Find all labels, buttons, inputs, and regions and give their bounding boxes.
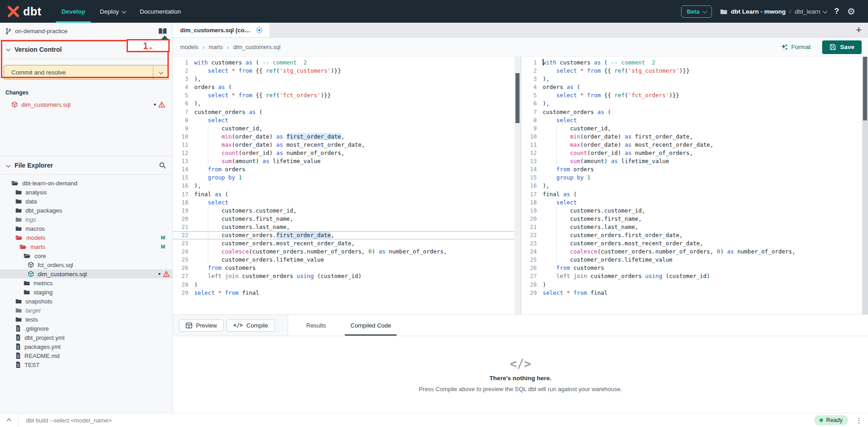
explorer-item-test[interactable]: TEST [0,360,172,369]
right-pane-scrollbar[interactable] [862,57,868,314]
explorer-item-metrics[interactable]: metrics [0,278,172,288]
left-pane-scrollbar[interactable] [515,57,520,314]
code-line[interactable]: 16), [173,182,520,190]
code-line[interactable]: 25 customer_orders.lifetime_value [521,256,868,264]
nav-documentation[interactable]: Documentation [132,0,188,23]
code-line[interactable]: 3), [173,75,520,83]
search-icon[interactable] [159,162,166,169]
code-line[interactable]: 21 customers.last_name, [173,223,520,231]
code-line[interactable]: 20 customers.first_name, [173,215,520,223]
code-line[interactable]: 6), [173,99,520,108]
code-line[interactable]: 13 sum(amount) as lifetime_value [173,157,520,165]
kebab-menu-icon[interactable]: ⋮ [855,416,863,425]
code-line[interactable]: 24 coalesce(customer_orders.number_of_or… [521,248,868,256]
code-line[interactable]: 3), [521,75,868,83]
preview-button[interactable]: Preview [179,319,224,332]
code-line[interactable]: 1with customers as ( -- comment 2 [521,59,868,67]
explorer-item-dbt-packages[interactable]: dbt_packages [0,206,172,215]
breadcrumb-file[interactable]: dim_customers.sql [233,44,280,50]
compile-button[interactable]: </> Compile [226,319,275,332]
format-button[interactable]: Format [781,44,811,51]
code-line[interactable]: 28) [521,281,868,289]
code-line[interactable]: 15 group by 1 [521,174,868,182]
new-tab-button[interactable]: + [849,23,868,37]
explorer-item-marts[interactable]: martsM [0,242,172,251]
explorer-item-models[interactable]: modelsM [0,233,172,242]
code-line[interactable]: 18 select [521,199,868,207]
code-line[interactable]: 6), [521,99,868,108]
environment-select[interactable]: dbt_learn [794,8,826,15]
nav-deploy[interactable]: Deploy [93,0,132,23]
explorer-item-snapshots[interactable]: snapshots [0,297,172,306]
code-line[interactable]: 1with customers as ( -- comment 2 [173,59,520,67]
code-line[interactable]: 13 sum(amount) as lifetime_value [521,157,868,165]
command-input[interactable] [19,417,814,424]
dbt-logo[interactable]: dbt [7,0,41,23]
file-explorer-header[interactable]: File Explorer [0,156,172,175]
code-line[interactable]: 2 select * from {{ ref('stg_customers')}… [521,67,868,75]
code-line[interactable]: 10 min(order_date) as first_order_date, [521,133,868,141]
explorer-item-staging[interactable]: staging [0,288,172,297]
code-line[interactable]: 10 min(order_date) as first_order_date, [173,133,520,141]
gear-icon[interactable]: ⚙ [847,7,855,16]
breadcrumb-models[interactable]: models [180,44,198,50]
code-line[interactable]: 27 left join customer_orders using (cust… [521,272,868,280]
explorer-item-target[interactable]: target [0,306,172,315]
explorer-item-core[interactable]: core [0,251,172,260]
code-line[interactable]: 29select * from final [173,289,520,297]
beta-badge[interactable]: Beta [681,5,712,18]
explorer-item-packages-yml[interactable]: packages.yml [0,342,172,351]
tab-dim-customers[interactable]: dim_customers.sql (confli... [173,23,270,37]
tab-results[interactable]: Results [301,315,331,336]
version-control-header[interactable]: Version Control [0,40,172,59]
right-code-pane[interactable]: 1with customers as ( -- comment 22 selec… [521,57,868,314]
code-line[interactable]: 8 select [173,116,520,124]
project-switcher[interactable]: dbt Learn - mwong / dbt_learn [720,8,826,15]
code-line[interactable]: 16), [521,182,868,190]
branch-row[interactable]: on-demand-practice [0,23,172,40]
code-line[interactable]: 26 from customers [173,264,520,272]
code-line[interactable]: 19 customers.customer_id, [173,207,520,215]
code-line[interactable]: 5 select * from {{ ref('fct_orders')}} [521,91,868,99]
code-line[interactable]: 21 customers.last_name, [521,223,868,231]
tab-compiled-code[interactable]: Compiled Code [345,315,397,336]
save-button[interactable]: Save [822,40,862,54]
explorer-item--gitignore[interactable]: .gitignore [0,324,172,333]
code-line[interactable]: 22 customer_orders.first_order_date, [521,231,868,239]
code-line[interactable]: 19 customers.customer_id, [521,207,868,215]
code-line[interactable]: 4orders as ( [521,83,868,91]
code-line[interactable]: 11 max(order_date) as most_recent_order_… [521,141,868,149]
code-line[interactable]: 26 from customers [521,264,868,272]
code-line[interactable]: 22 customer_orders.first_order_date, [173,231,520,239]
chevron-up-icon[interactable] [0,419,18,422]
explorer-item-macros[interactable]: macros [0,224,172,233]
code-line[interactable]: 17final as ( [173,190,520,199]
explorer-item-fct-orders-sql[interactable]: fct_orders.sql [0,260,172,269]
code-line[interactable]: 11 max(order_date) as most_recent_order_… [173,141,520,149]
code-line[interactable]: 15 group by 1 [173,174,520,182]
help-icon[interactable]: ? [834,7,839,16]
explorer-item-tests[interactable]: tests [0,315,172,324]
code-line[interactable]: 29select * from final [521,289,868,297]
docs-book-icon[interactable] [158,28,167,35]
code-line[interactable]: 20 customers.first_name, [521,215,868,223]
code-line[interactable]: 14 from orders [173,165,520,174]
explorer-item-dbt-learn-on-demand[interactable]: dbt-learn-on-demand [0,179,172,188]
code-line[interactable]: 27 left join customer_orders using (cust… [173,272,520,280]
code-line[interactable]: 5 select * from {{ ref('fct_orders')}} [173,91,520,99]
code-line[interactable]: 9 customer_id, [173,124,520,133]
code-line[interactable]: 4orders as ( [173,83,520,91]
code-line[interactable]: 17final as ( [521,190,868,199]
code-line[interactable]: 24 coalesce(customer_orders.number_of_or… [173,248,520,256]
code-line[interactable]: 8 select [521,116,868,124]
explorer-item-dbt-project-yml[interactable]: dbt_project.yml [0,333,172,342]
code-line[interactable]: 14 from orders [521,165,868,174]
code-line[interactable]: 12 count(order_id) as number_of_orders, [173,149,520,157]
commit-and-resolve-button[interactable]: Commit and resolve [4,65,169,79]
changed-file-row[interactable]: dim_customers.sql • [0,99,172,109]
code-line[interactable]: 23 customer_orders.most_recent_order_dat… [173,239,520,248]
nav-develop[interactable]: Develop [54,0,93,23]
left-code-pane[interactable]: 1with customers as ( -- comment 22 selec… [173,57,520,314]
code-line[interactable]: 2 select * from {{ ref('stg_customers')}… [173,67,520,75]
code-line[interactable]: 23 customer_orders.most_recent_order_dat… [521,239,868,248]
